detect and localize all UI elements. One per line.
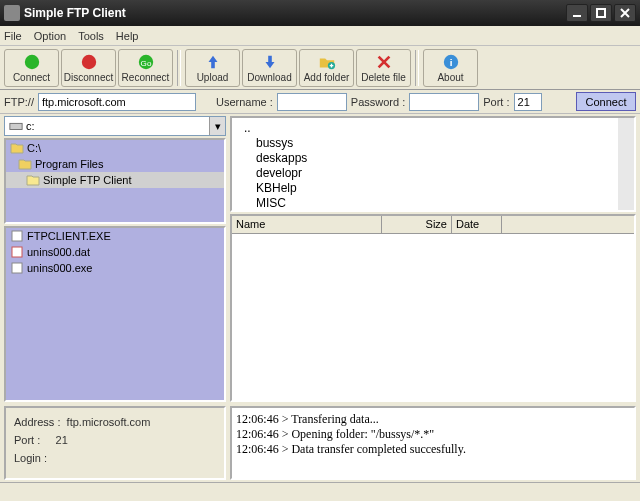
addfolder-button[interactable]: Add folder [299, 49, 354, 87]
connect-submit-button[interactable]: Connect [576, 92, 636, 111]
col-size[interactable]: Size [382, 216, 452, 233]
log-line: 12:06:46 > Transfering data... [236, 412, 630, 427]
username-label: Username : [216, 96, 273, 108]
tree-item[interactable]: Simple FTP Client [43, 174, 131, 186]
drive-icon [9, 120, 23, 132]
titlebar: Simple FTP Client [0, 0, 640, 26]
status-bar [0, 482, 640, 498]
tree-item[interactable]: Program Files [35, 158, 103, 170]
svg-rect-9 [12, 231, 22, 241]
chevron-down-icon[interactable]: ▾ [209, 117, 225, 135]
menu-tools[interactable]: Tools [78, 30, 104, 42]
about-icon: i [442, 53, 460, 71]
reconnect-icon: Go [137, 53, 155, 71]
app-icon [4, 5, 20, 21]
folder-icon [10, 142, 24, 154]
svg-point-2 [81, 54, 95, 68]
menubar: File Option Tools Help [0, 26, 640, 46]
svg-text:Go: Go [140, 58, 151, 67]
tree-item[interactable]: C:\ [27, 142, 41, 154]
file-icon [10, 246, 24, 258]
upload-button[interactable]: Upload [185, 49, 240, 87]
menu-help[interactable]: Help [116, 30, 139, 42]
close-button[interactable] [614, 4, 636, 22]
local-file-list[interactable]: FTPCLIENT.EXE unins000.dat unins000.exe [4, 226, 226, 402]
svg-rect-0 [597, 9, 605, 17]
about-button[interactable]: i About [423, 49, 478, 87]
ftp-label: FTP:// [4, 96, 34, 108]
port-label: Port : [483, 96, 509, 108]
menu-option[interactable]: Option [34, 30, 66, 42]
toolbar-divider [177, 50, 181, 86]
connect-button[interactable]: Connect [4, 49, 59, 87]
file-icon [10, 230, 24, 242]
folder-open-icon [26, 174, 40, 186]
minimize-button[interactable] [566, 4, 588, 22]
toolbar-divider [415, 50, 419, 86]
toolbar: Connect Disconnect Go Reconnect Upload D… [0, 46, 640, 90]
remote-folder-list[interactable]: .. bussys deskapps developr KBHelp MISC [230, 116, 636, 212]
list-item[interactable]: FTPCLIENT.EXE [27, 230, 111, 242]
password-label: Password : [351, 96, 405, 108]
remote-file-table[interactable]: Name Size Date [230, 214, 636, 402]
delete-icon [375, 53, 393, 71]
reconnect-button[interactable]: Go Reconnect [118, 49, 173, 87]
scrollbar[interactable] [618, 118, 634, 210]
list-item[interactable]: unins000.exe [27, 262, 92, 274]
log-line: 12:06:46 > Data transfer completed succe… [236, 442, 630, 457]
password-input[interactable] [409, 93, 479, 111]
address-bar: FTP:// Username : Password : Port : Conn… [0, 90, 640, 114]
svg-point-1 [24, 54, 38, 68]
username-input[interactable] [277, 93, 347, 111]
disconnect-icon [80, 53, 98, 71]
download-button[interactable]: Download [242, 49, 297, 87]
upload-icon [204, 53, 222, 71]
list-item[interactable]: unins000.dat [27, 246, 90, 258]
folder-tree[interactable]: C:\ Program Files Simple FTP Client [4, 138, 226, 224]
table-body [232, 234, 634, 400]
list-item[interactable]: KBHelp [238, 180, 628, 195]
file-icon [10, 262, 24, 274]
download-icon [261, 53, 279, 71]
folder-icon [18, 158, 32, 170]
addfolder-icon [318, 53, 336, 71]
col-date[interactable]: Date [452, 216, 502, 233]
connection-info-panel: Address : ftp.microsoft.com Port : 21 Lo… [4, 406, 226, 480]
list-item[interactable]: developr [238, 165, 628, 180]
log-panel: 12:06:46 > Transfering data... 12:06:46 … [230, 406, 636, 480]
table-header: Name Size Date [232, 216, 634, 234]
disconnect-button[interactable]: Disconnect [61, 49, 116, 87]
svg-rect-10 [12, 247, 22, 257]
list-item[interactable]: .. [238, 120, 628, 135]
port-input[interactable] [514, 93, 542, 111]
deletefile-button[interactable]: Delete file [356, 49, 411, 87]
list-item[interactable]: bussys [238, 135, 628, 150]
svg-rect-8 [10, 123, 22, 129]
list-item[interactable]: MISC [238, 195, 628, 210]
maximize-button[interactable] [590, 4, 612, 22]
window-title: Simple FTP Client [24, 6, 564, 20]
svg-text:i: i [449, 56, 452, 67]
connect-icon [23, 53, 41, 71]
menu-file[interactable]: File [4, 30, 22, 42]
list-item[interactable]: deskapps [238, 150, 628, 165]
svg-rect-11 [12, 263, 22, 273]
col-name[interactable]: Name [232, 216, 382, 233]
log-line: 12:06:46 > Opening folder: "/bussys/*.*" [236, 427, 630, 442]
drive-select[interactable]: c: ▾ [4, 116, 226, 136]
ftp-address-input[interactable] [38, 93, 196, 111]
